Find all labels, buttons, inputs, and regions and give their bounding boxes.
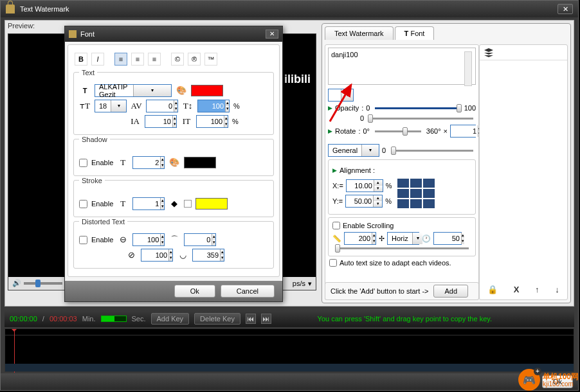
tab-font[interactable]: T Font (395, 26, 435, 40)
text-color-swatch[interactable] (191, 85, 223, 96)
align-br[interactable] (423, 199, 435, 208)
delete-icon[interactable]: X (514, 285, 520, 294)
volume-slider[interactable] (24, 282, 62, 285)
shadow-enable-checkbox[interactable] (79, 159, 87, 167)
font-family-combo[interactable]: ALKATIP Gezit▾ (95, 84, 172, 97)
shadow-offset-input[interactable]: ▴▾ (132, 156, 165, 169)
registered-button[interactable]: ® (188, 53, 201, 66)
titlebar: Text Watermark ✕ (1, 1, 578, 17)
ruler-icon: 📏 (332, 235, 341, 243)
general-slider[interactable] (391, 150, 473, 152)
stroke-color-swatch[interactable] (195, 198, 228, 209)
text-style-combo[interactable]: ▾ (328, 89, 354, 102)
add-bar: Click the 'Add' button to start -> Add (325, 282, 479, 300)
timeline-track[interactable] (5, 364, 574, 371)
add-key-button[interactable]: Add Key (151, 313, 190, 325)
keyframe-hint: You can press 'Shift' and drag key point… (318, 315, 492, 323)
distorted-enable-checkbox[interactable] (79, 236, 87, 244)
next-key-icon[interactable]: ⏭ (261, 314, 271, 324)
expand-icon[interactable]: ▶ (332, 167, 337, 174)
general-value: 0 (382, 147, 386, 154)
close-icon[interactable]: ✕ (557, 4, 573, 14)
align-tl[interactable] (397, 179, 409, 188)
align-bc[interactable] (410, 199, 422, 208)
lock-icon[interactable]: 🔒 (487, 285, 498, 294)
rotate-mult-label: × (444, 127, 448, 135)
color-palette-icon[interactable]: 🎨 (168, 157, 180, 168)
stroke-group-title: Stroke (79, 177, 105, 184)
text-group-title: Text (79, 69, 97, 76)
expand-icon[interactable]: ▶ (328, 128, 332, 134)
align-ml[interactable] (397, 189, 409, 198)
fill-icon[interactable]: ◆ (168, 198, 180, 209)
copyright-button[interactable]: © (171, 53, 184, 66)
align-bl[interactable] (397, 199, 409, 208)
ok-button[interactable]: Ok (174, 285, 215, 298)
scroll-slider[interactable] (335, 247, 469, 249)
align-tr[interactable] (423, 179, 435, 188)
expand-icon[interactable]: ▶ (328, 105, 332, 111)
timeline[interactable] (5, 328, 574, 372)
vertical-spacing-input[interactable]: ▴▾ (145, 115, 177, 128)
opacity-value: 0 (360, 114, 364, 122)
cancel-button[interactable]: Cancel (221, 285, 275, 298)
baseline-input[interactable]: ▴▾ (196, 115, 228, 128)
opacity-slider[interactable] (375, 107, 458, 109)
close-icon[interactable]: ✕ (266, 30, 278, 39)
align-mr[interactable] (423, 189, 435, 198)
bold-button[interactable]: B (75, 53, 87, 66)
italic-button[interactable]: I (91, 53, 104, 66)
move-up-icon[interactable]: ↑ (535, 285, 539, 294)
rotate-slider[interactable] (375, 130, 421, 132)
align-left-button[interactable]: ≡ (114, 53, 127, 66)
stroke-enable-label: Enable (91, 200, 113, 208)
preview-label: Preview: (8, 22, 35, 30)
rotate-max: 360° (426, 127, 441, 135)
rotate-repeat-input[interactable]: ▴▾ (450, 125, 476, 138)
general-combo[interactable]: General▾ (328, 144, 379, 157)
stroke-enable-checkbox[interactable] (79, 200, 87, 208)
scroll-width-input[interactable]: ▴▾ (344, 232, 376, 245)
scroll-direction-combo[interactable]: Horiz▾ (387, 232, 419, 245)
align-x-input[interactable]: ▴▾ (346, 179, 383, 192)
tab-text-watermark[interactable]: Text Watermark (325, 26, 394, 40)
trademark-button[interactable]: ™ (204, 53, 217, 66)
clock-icon: 🕐 (422, 235, 431, 243)
auto-size-label: Auto text size to adapt each videos. (340, 259, 451, 267)
color-palette-icon[interactable]: 🎨 (176, 85, 187, 96)
scroll-speed-input[interactable]: ▴▾ (433, 232, 462, 245)
playback-rate-down-icon[interactable]: ▾ (308, 280, 312, 288)
font-size-combo[interactable]: 18▾ (95, 100, 127, 112)
align-tc[interactable] (410, 179, 422, 188)
add-button[interactable]: Add (433, 285, 468, 298)
shadow-color-swatch[interactable] (184, 157, 216, 168)
auto-size-checkbox[interactable] (329, 259, 337, 267)
delete-key-button[interactable]: Delete Key (194, 313, 240, 325)
line-height-input[interactable]: ▴▾ (197, 100, 230, 112)
move-down-icon[interactable]: ↓ (555, 285, 559, 294)
char-spacing-input[interactable]: ▴▾ (146, 100, 178, 112)
speaker-icon[interactable]: 🔊 (12, 279, 21, 288)
enable-scrolling-checkbox[interactable] (332, 222, 340, 229)
stroke-width-input[interactable]: ▴▾ (132, 197, 165, 210)
opacity-value-slider[interactable] (369, 118, 473, 120)
align-mc[interactable] (410, 189, 422, 198)
font-dialog: Font ✕ B I ≡ ≡ ≡ © ® ™ Text T ALKATIP Ge… (64, 26, 283, 302)
stroke-bg-swatch[interactable] (184, 200, 192, 208)
distort-b-input[interactable]: ▴▾ (184, 233, 216, 246)
align-center-button[interactable]: ≡ (131, 53, 144, 66)
align-y-input[interactable]: ▴▾ (345, 195, 383, 208)
watermark-text-input[interactable] (328, 48, 476, 85)
preview-sample-text: ilibili (284, 73, 311, 86)
align-right-button[interactable]: ≡ (148, 53, 161, 66)
distort-c-input[interactable]: ▴▾ (141, 249, 173, 262)
prev-key-icon[interactable]: ⏮ (246, 314, 256, 324)
distort-d-input[interactable]: ▴▾ (192, 249, 224, 262)
align-y-label: Y:= (332, 197, 343, 205)
font-dialog-footer: Ok Cancel (65, 281, 282, 301)
distort-a-input[interactable]: ▴▾ (132, 233, 165, 246)
textarea-scrollbar[interactable] (464, 51, 472, 86)
font-dialog-body: B I ≡ ≡ ≡ © ® ™ Text T ALKATIP Gezit▾ 🎨 … (68, 44, 280, 277)
shadow-group-title: Shadow (79, 136, 110, 143)
level-meter (101, 316, 127, 322)
